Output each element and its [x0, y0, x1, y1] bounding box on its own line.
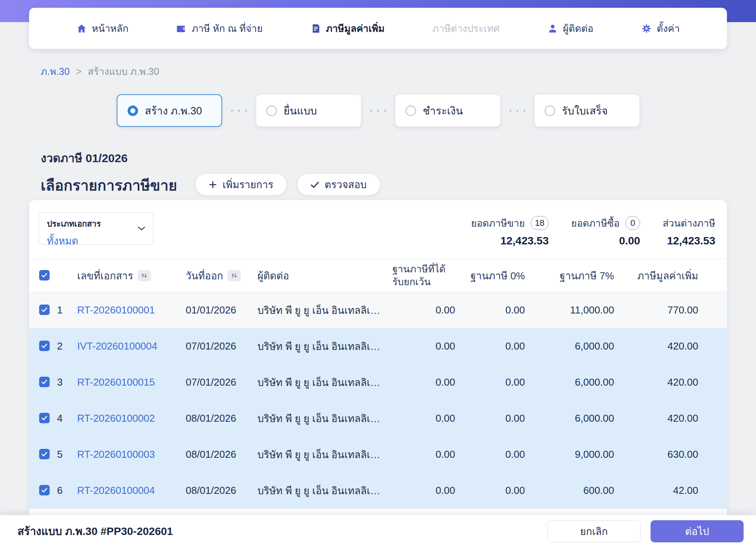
row-number: 5	[57, 448, 77, 460]
step-submit-form[interactable]: ยื่นแบบ	[256, 94, 361, 127]
sales-tax-count-badge: 18	[531, 216, 549, 230]
breadcrumb-current: สร้างแบบ ภ.พ.30	[88, 64, 159, 79]
issue-date: 01/01/2026	[186, 304, 257, 316]
step-connector-dots	[370, 110, 386, 112]
issue-date: 08/01/2026	[186, 485, 257, 497]
verify-button[interactable]: ตรวจสอบ	[297, 173, 380, 196]
select-all-checkbox[interactable]	[39, 270, 50, 280]
document-link[interactable]: RT-20260100001	[77, 304, 186, 316]
row-checkbox[interactable]	[39, 485, 50, 495]
nav-item-home[interactable]: หน้าหลัก	[76, 21, 129, 36]
sort-icon[interactable]	[228, 270, 241, 281]
step-label: สร้าง ภ.พ.30	[145, 102, 202, 119]
filter-label: ประเภทเอกสาร	[47, 217, 145, 230]
filter-selected-value: ทั้งหมด	[47, 233, 145, 249]
page-header: งวดภาษี 01/2026 เลือกรายการภาษีขาย เพิ่ม…	[41, 149, 380, 197]
nav-item-label: ตั้งค่า	[657, 21, 680, 36]
breadcrumb: ภ.พ.30 > สร้างแบบ ภ.พ.30	[41, 64, 159, 79]
sales-tax-total: ยอดภาษีขาย 18 12,423.53	[471, 215, 549, 247]
radio-unselected-icon	[266, 106, 277, 116]
contact-name: บริษัท พี ยู ยู เอ็น อินเทลลิเจนท์ ...	[257, 374, 391, 390]
document-link[interactable]: RT-20260100004	[77, 485, 186, 497]
vat-value: 420.00	[614, 376, 698, 388]
row-checkbox[interactable]	[39, 305, 50, 315]
issue-date: 08/01/2026	[186, 412, 257, 424]
verify-label: ตรวจสอบ	[324, 177, 367, 192]
zero-base-value: 0.00	[455, 340, 525, 352]
zero-base-value: 0.00	[455, 448, 525, 460]
vat-value: 770.00	[614, 304, 698, 316]
tax-summary: ยอดภาษีขาย 18 12,423.53 ยอดภาษีซื้อ 0 0.…	[471, 215, 715, 247]
exempt-base-value: 0.00	[391, 304, 455, 316]
exempt-base-value: 0.00	[391, 340, 455, 352]
footer-title: สร้างแบบ ภ.พ.30 #PP30-202601	[17, 523, 173, 540]
cancel-button[interactable]: ยกเลิก	[547, 520, 640, 542]
sales-tax-total-label: ยอดภาษีขาย	[471, 215, 525, 231]
table-row: 5 RT-20260100003 08/01/2026 บริษัท พี ยู…	[29, 436, 727, 473]
row-checkbox[interactable]	[39, 449, 50, 459]
row-checkbox[interactable]	[39, 413, 50, 423]
wallet-icon	[176, 23, 187, 34]
step-label: รับใบเสร็จ	[562, 102, 608, 119]
seven-base-value: 9,000.00	[525, 448, 614, 460]
vat-value: 42.00	[614, 485, 698, 497]
step-label: ชำระเงิน	[423, 102, 463, 119]
document-link[interactable]: RT-20260100003	[77, 448, 186, 460]
check-icon	[311, 181, 319, 188]
tax-difference: ส่วนต่างภาษี 12,423.53	[663, 215, 715, 247]
seven-base-value: 6,000.00	[525, 412, 614, 424]
nav-item-foreign-tax: ภาษีต่างประเทศ	[432, 21, 499, 36]
add-item-button[interactable]: เพิ่มรายการ	[195, 173, 287, 196]
nav-item-settings[interactable]: ตั้งค่า	[641, 21, 680, 36]
nav-item-label: ภาษีต่างประเทศ	[432, 21, 499, 36]
document-type-filter[interactable]: ประเภทเอกสาร ทั้งหมด	[39, 212, 154, 245]
contact-name: บริษัท พี ยู ยู เอ็น อินเทลลิเจนท์ ...	[257, 410, 391, 426]
nav-item-contacts[interactable]: ผู้ติดต่อ	[547, 21, 593, 36]
contact-name: บริษัท พี ยู ยู เอ็น อินเทลลิเจนท์ ...	[257, 483, 391, 499]
zero-base-value: 0.00	[455, 376, 525, 388]
table-row: 3 RT-20260100015 07/01/2026 บริษัท พี ยู…	[29, 364, 727, 400]
purchase-tax-total-label: ยอดภาษีซื้อ	[571, 215, 620, 231]
exempt-base-value: 0.00	[391, 448, 455, 460]
breadcrumb-link-pp30[interactable]: ภ.พ.30	[41, 64, 70, 79]
step-pay[interactable]: ชำระเงิน	[395, 94, 501, 127]
issue-date: 07/01/2026	[186, 340, 257, 352]
seven-base-value: 11,000.00	[525, 304, 614, 316]
plus-icon	[209, 180, 217, 189]
row-number: 6	[57, 485, 77, 497]
table-header-row: เลขที่เอกสาร วันที่ออก ผู้ติดต่อ ฐานภาษี…	[29, 259, 727, 292]
row-number: 3	[57, 376, 77, 388]
col-header-document-no: เลขที่เอกสาร	[77, 268, 186, 284]
col-header-seven-base: ฐานภาษี 7%	[525, 268, 614, 284]
nav-item-vat[interactable]: ภาษีมูลค่าเพิ่ม	[311, 21, 385, 36]
table-row: 1 RT-20260100001 01/01/2026 บริษัท พี ยู…	[29, 292, 727, 328]
radio-selected-icon	[128, 106, 138, 116]
nav-item-label: ภาษีมูลค่าเพิ่ม	[326, 21, 385, 36]
seven-base-value: 6,000.00	[525, 340, 614, 352]
nav-item-label: หน้าหลัก	[92, 21, 129, 36]
exempt-base-value: 0.00	[391, 376, 455, 388]
document-link[interactable]: RT-20260100002	[77, 412, 186, 424]
document-link[interactable]: IVT-20260100004	[77, 340, 186, 352]
row-number: 2	[57, 340, 77, 352]
receipt-icon	[311, 23, 321, 34]
seven-base-value: 600.00	[525, 485, 614, 497]
main-nav: หน้าหลัก ภาษี หัก ณ ที่จ่าย ภาษีมูลค่าเพ…	[29, 8, 727, 49]
person-icon	[547, 23, 558, 34]
step-create-pp30[interactable]: สร้าง ภ.พ.30	[117, 94, 222, 127]
row-checkbox[interactable]	[39, 377, 50, 387]
sales-tax-total-value: 12,423.53	[471, 235, 549, 247]
nav-item-label: ภาษี หัก ณ ที่จ่าย	[192, 21, 262, 36]
zero-base-value: 0.00	[455, 485, 525, 497]
document-link[interactable]: RT-20260100015	[77, 376, 186, 388]
add-item-label: เพิ่มรายการ	[223, 177, 273, 192]
col-header-zero-base: ฐานภาษี 0%	[455, 268, 525, 284]
sort-icon[interactable]	[138, 270, 151, 281]
step-receive-receipt[interactable]: รับใบเสร็จ	[534, 94, 640, 127]
nav-item-withholding-tax[interactable]: ภาษี หัก ณ ที่จ่าย	[176, 21, 262, 36]
next-button[interactable]: ต่อไป	[651, 520, 744, 542]
row-checkbox[interactable]	[39, 341, 50, 351]
step-connector-dots	[231, 110, 247, 112]
issue-date: 08/01/2026	[186, 448, 257, 460]
row-number: 1	[57, 304, 77, 316]
